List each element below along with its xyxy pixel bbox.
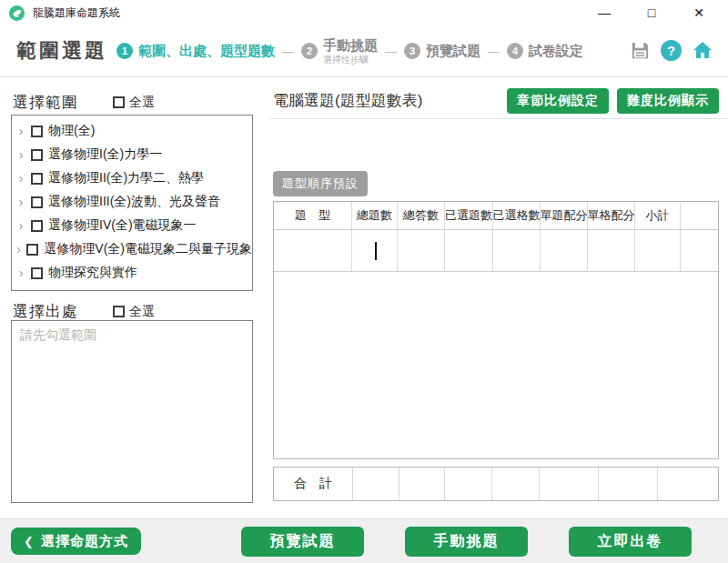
minimize-button[interactable]: — [581, 0, 628, 25]
help-icon[interactable]: ? [661, 40, 682, 61]
page-header: 範圍選題 1 範圍、出處、題型題數 — 2 手動挑題 選擇性步驟 — 3 預覽試… [0, 25, 728, 77]
expand-chevron-icon[interactable]: › [16, 195, 25, 209]
question-order-badge: 題型順序預設 [273, 171, 368, 196]
back-to-method-button[interactable]: ❮ 選擇命題方式 [11, 528, 141, 555]
tree-item-elective-3[interactable]: › 選修物理III(全)波動、光及聲音 [12, 190, 252, 214]
step-separator: — [282, 45, 294, 58]
footer-bar: ❮ 選擇命題方式 預覽試題 手動挑題 立即出卷 [0, 518, 728, 563]
text-caret [375, 242, 377, 260]
tree-item-physics-all[interactable]: › 物理(全) [12, 119, 252, 143]
range-select-all-checkbox[interactable] [113, 96, 125, 108]
source-select-all-checkbox[interactable] [113, 306, 125, 317]
back-arrow-icon: ❮ [24, 535, 35, 548]
tree-item-label: 物理探究與實作 [48, 265, 137, 281]
tree-item-checkbox[interactable] [31, 126, 43, 137]
step-4-label: 試卷設定 [529, 43, 583, 60]
tree-item-label: 選修物理V(全)電磁現象二與量子現象 [44, 241, 252, 257]
source-section-header: 選擇出處 全選 [13, 301, 155, 322]
header-empty [681, 202, 718, 229]
difficulty-ratio-button[interactable]: 難度比例顯示 [617, 88, 719, 114]
header-points-per-question: 單題配分 [541, 202, 588, 229]
range-tree: › 物理(全) › 選修物理I(全)力學一 › 選修物理II(全)力學二、熱學 … [11, 115, 253, 291]
total-cell [353, 467, 399, 500]
chapter-ratio-button[interactable]: 章節比例設定 [507, 88, 609, 114]
step-4-number: 4 [507, 43, 523, 59]
expand-chevron-icon[interactable]: › [16, 147, 25, 162]
table-row [274, 230, 718, 272]
tree-item-checkbox[interactable] [31, 267, 43, 279]
tree-item-elective-1[interactable]: › 選修物理I(全)力學一 [12, 143, 252, 166]
header-total-questions: 總題數 [352, 202, 398, 229]
step-3-preview[interactable]: 3 預覽試題 [404, 43, 480, 60]
source-list[interactable]: 請先勾選範圍 [11, 320, 253, 503]
step-1-range[interactable]: 1 範圍、出處、題型題數 [116, 43, 275, 60]
manual-pick-button[interactable]: 手動挑題 [405, 527, 528, 557]
tree-item-label: 選修物理IV(全)電磁現象一 [48, 217, 197, 234]
header-subtotal: 小計 [635, 202, 681, 229]
header-question-type: 題 型 [274, 202, 352, 229]
header-total-answers: 總答數 [398, 202, 445, 229]
window-controls: — □ ✕ [581, 0, 723, 25]
tree-item-checkbox[interactable] [26, 244, 38, 256]
expand-chevron-icon[interactable]: › [16, 242, 21, 256]
page-title: 範圍選題 [16, 37, 107, 65]
range-select-all-label: 全選 [129, 95, 155, 111]
tree-item-label: 物理(全) [48, 123, 95, 139]
wizard-steps: 1 範圍、出處、題型題數 — 2 手動挑題 選擇性步驟 — 3 預覽試題 — 4… [116, 25, 583, 76]
source-placeholder: 請先勾選範圍 [12, 321, 252, 350]
total-cell [540, 467, 599, 500]
step-2-manual-pick[interactable]: 2 手動挑題 選擇性步驟 [301, 37, 378, 65]
expand-chevron-icon[interactable]: › [16, 171, 25, 186]
tree-item-label: 選修物理II(全)力學二、熱學 [48, 170, 204, 186]
tree-item-label: 選修物理III(全)波動、光及聲音 [48, 194, 220, 210]
total-cell [445, 467, 492, 500]
tree-item-checkbox[interactable] [31, 173, 43, 185]
range-section-header: 選擇範圍 全選 [13, 92, 155, 113]
tree-item-elective-2[interactable]: › 選修物理II(全)力學二、熱學 [12, 166, 252, 190]
tree-item-elective-5[interactable]: › 選修物理V(全)電磁現象二與量子現象 [12, 237, 252, 261]
step-separator: — [488, 45, 500, 58]
step-3-label: 預覽試題 [426, 43, 480, 60]
total-cell [492, 467, 540, 500]
expand-chevron-icon[interactable]: › [16, 124, 25, 138]
app-logo-icon [9, 5, 25, 21]
range-select-all[interactable]: 全選 [113, 95, 155, 111]
header-selected-questions: 已選題數 [445, 202, 493, 229]
cell-selected-blanks[interactable] [493, 230, 541, 271]
total-cell [658, 467, 718, 500]
maximize-button[interactable]: □ [628, 0, 675, 25]
question-type-table: 題 型 總題數 總答數 已選題數 已選格數 單題配分 單格配分 小計 [273, 201, 719, 459]
step-2-label: 手動挑題 [323, 37, 378, 55]
expand-chevron-icon[interactable]: › [16, 266, 25, 280]
tree-item-elective-4[interactable]: › 選修物理IV(全)電磁現象一 [12, 214, 252, 237]
cell-total-questions-input[interactable] [352, 230, 398, 271]
cell-points-per-question[interactable] [541, 230, 588, 271]
total-cell [599, 467, 658, 500]
total-row: 合 計 [274, 467, 718, 500]
cell-question-type[interactable] [274, 230, 352, 271]
preview-questions-button[interactable]: 預覽試題 [241, 527, 364, 557]
cell-total-answers[interactable] [398, 230, 445, 271]
header-selected-blanks: 已選格數 [493, 202, 541, 229]
total-table: 合 計 [273, 467, 719, 501]
cell-points-per-blank[interactable] [588, 230, 635, 271]
home-icon[interactable] [692, 39, 713, 61]
close-button[interactable]: ✕ [675, 0, 723, 25]
window-title: 龍騰題庫命題系統 [33, 5, 120, 21]
source-select-all[interactable]: 全選 [113, 304, 155, 320]
tree-item-checkbox[interactable] [31, 220, 43, 232]
total-label-cell: 合 計 [274, 467, 353, 500]
source-select-all-label: 全選 [129, 304, 155, 320]
cell-selected-questions[interactable] [445, 230, 493, 271]
header-icons: ? [629, 39, 713, 61]
tree-item-checkbox[interactable] [31, 149, 43, 161]
tree-item-inquiry-practice[interactable]: › 物理探究與實作 [12, 261, 252, 285]
expand-chevron-icon[interactable]: › [16, 218, 25, 233]
step-2-number: 2 [301, 43, 318, 59]
generate-paper-button[interactable]: 立即出卷 [569, 527, 692, 557]
tree-item-checkbox[interactable] [31, 196, 43, 208]
back-button-label: 選擇命題方式 [41, 533, 128, 550]
step-3-number: 3 [404, 43, 420, 59]
save-icon[interactable] [629, 39, 651, 61]
step-4-paper-settings[interactable]: 4 試卷設定 [507, 43, 583, 60]
